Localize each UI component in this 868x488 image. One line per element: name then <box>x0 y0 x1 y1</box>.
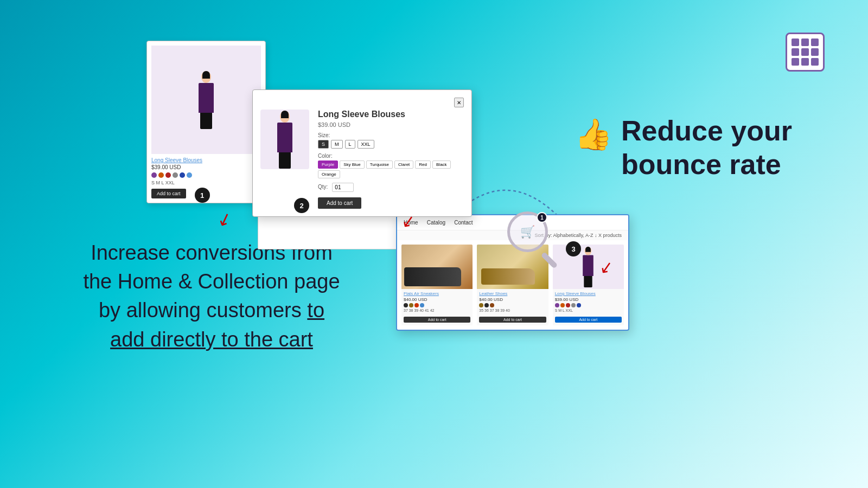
color-swatches-step1 <box>151 172 261 178</box>
color-option-skyblue[interactable]: Sky Blue <box>340 160 365 169</box>
modal-content: Long Sleeve Blouses $39.00 USD Size: S M… <box>260 110 464 209</box>
size-option-group: S M L XXL <box>318 140 464 149</box>
sneaker-color1 <box>404 303 408 307</box>
sneaker-info: Flats Air Sneakers $40.00 USD 37 38 39 4… <box>401 289 473 325</box>
color-dot-purple <box>151 172 157 178</box>
heading-line1: Reduce your <box>621 114 792 147</box>
sneaker-title: Flats Air Sneakers <box>404 291 470 296</box>
app-icon-cell <box>811 58 819 66</box>
sneaker-color4 <box>420 303 424 307</box>
sneaker-sizes: 37 38 39 40 41 42 <box>404 309 470 312</box>
color-dot-orange <box>158 172 164 178</box>
color-dot-red <box>165 172 171 178</box>
add-to-cart-blouse[interactable]: Add to cart <box>555 317 622 323</box>
app-icon-cell <box>801 58 809 66</box>
size-options-step1: S M L XXL <box>151 180 261 185</box>
app-icon-cell <box>801 48 809 56</box>
sneaker-image <box>401 245 473 289</box>
blouse-price: $39.00 USD <box>555 297 622 302</box>
description-line2: the Home & Collection page <box>83 270 340 293</box>
modal-woman-figure <box>277 111 292 169</box>
sneaker-shoe-shape <box>404 267 461 286</box>
color-option-group: Purple Sky Blue Turquoise Claret Red Bla… <box>318 160 464 178</box>
cart-icon-in-magnifier: 🛒 <box>520 225 535 239</box>
color-option-orange[interactable]: Orange <box>318 170 340 178</box>
color-dot-lightblue <box>187 172 192 178</box>
cursor-arrow-step1: ↙ <box>214 207 234 232</box>
description-underline-to: to <box>307 299 324 322</box>
magnifier-badge: 1 <box>537 212 547 223</box>
step-badge-3: 3 <box>566 241 581 256</box>
color-option-red[interactable]: Red <box>415 160 431 169</box>
size-btn-l[interactable]: L <box>345 140 355 149</box>
leather-color1 <box>479 303 483 307</box>
blouse-color5 <box>577 303 581 307</box>
size-label: Size: <box>318 132 464 138</box>
thumbs-up-icon: 👍 <box>575 116 612 152</box>
leather-color3 <box>490 303 494 307</box>
color-dot-gray <box>173 172 178 178</box>
blouse-colors <box>555 303 622 307</box>
blouse-sizes: S M L XXL <box>555 309 622 312</box>
add-to-cart-sneaker[interactable]: Add to cart <box>404 317 470 323</box>
size-btn-m[interactable]: M <box>331 140 343 149</box>
modal-product-price: $39.00 USD <box>318 121 464 128</box>
color-label: Color: <box>318 153 464 159</box>
product-woman-figure <box>199 71 214 129</box>
blouse-color4 <box>571 303 576 307</box>
app-icon-cell <box>811 48 819 56</box>
leather-color2 <box>484 303 489 307</box>
product-price-step1: $39.00 USD <box>151 164 261 170</box>
sneaker-color2 <box>409 303 413 307</box>
leather-price: $40.00 USD <box>479 297 546 302</box>
app-icon[interactable] <box>786 33 825 72</box>
leather-sizes: 35 36 37 38 39 40 <box>479 309 546 312</box>
app-icon-cell <box>792 38 799 46</box>
product-image-step1 <box>151 46 261 154</box>
sneaker-price: $40.00 USD <box>404 297 470 302</box>
leather-colors <box>479 303 546 307</box>
modal-close-button[interactable]: ✕ <box>454 98 464 107</box>
blouse-color1 <box>555 303 559 307</box>
description-line3: by allowing customers <box>99 299 307 322</box>
leather-shoe-shape <box>481 268 534 285</box>
blouse-color2 <box>560 303 565 307</box>
app-icon-cell <box>792 48 799 56</box>
add-to-cart-leather[interactable]: Add to cart <box>479 317 546 323</box>
product-title-step1: Long Sleeve Blouses <box>151 157 261 163</box>
size-btn-s[interactable]: S <box>318 140 329 149</box>
modal-header: ✕ <box>260 98 464 107</box>
quantity-row: Qty: <box>318 183 464 192</box>
color-option-claret[interactable]: Claret <box>394 160 413 169</box>
add-to-cart-button-step2[interactable]: Add to cart <box>318 197 361 209</box>
nav-catalog[interactable]: Catalog <box>427 220 445 226</box>
heading-line2: bounce rate <box>621 147 792 181</box>
reduce-bounce-heading: 👍 Reduce your bounce rate <box>575 114 792 182</box>
app-icon-cell <box>801 38 809 46</box>
product-card-step1: Long Sleeve Blouses $39.00 USD S M L XXL… <box>146 41 266 203</box>
leather-info: Leather Shoes $40.00 USD 35 36 37 38 39 … <box>477 289 548 325</box>
color-dot-blue <box>180 172 185 178</box>
left-description: Increase conversions from the Home & Col… <box>43 239 380 354</box>
leather-title: Leather Shoes <box>479 291 546 296</box>
add-to-cart-button-step1[interactable]: Add to cart <box>151 189 186 198</box>
blouse-color3 <box>566 303 570 307</box>
sneaker-color3 <box>414 303 419 307</box>
blouse-image <box>553 245 624 289</box>
color-option-purple[interactable]: Purple <box>318 160 338 169</box>
step-badge-2: 2 <box>294 198 309 213</box>
modal-product-title: Long Sleeve Blouses <box>318 110 464 119</box>
step-badge-1: 1 <box>195 188 210 203</box>
color-option-black[interactable]: Black <box>432 160 451 169</box>
color-option-turquoise[interactable]: Turquoise <box>366 160 393 169</box>
size-btn-xxl[interactable]: XXL <box>358 140 374 149</box>
quantity-input[interactable] <box>332 183 354 192</box>
app-icon-cell <box>811 38 819 46</box>
nav-contact[interactable]: Contact <box>454 220 473 226</box>
sneaker-colors <box>404 303 470 307</box>
quick-view-modal-step2: ✕ Long Sleeve Blouses $39.00 USD Size: S… <box>252 89 472 217</box>
magnifier-icon: 🛒 1 <box>505 211 559 266</box>
description-line4: add directly to the cart <box>110 328 313 351</box>
blouse-woman-figure <box>583 247 594 287</box>
app-icon-cell <box>792 58 799 66</box>
